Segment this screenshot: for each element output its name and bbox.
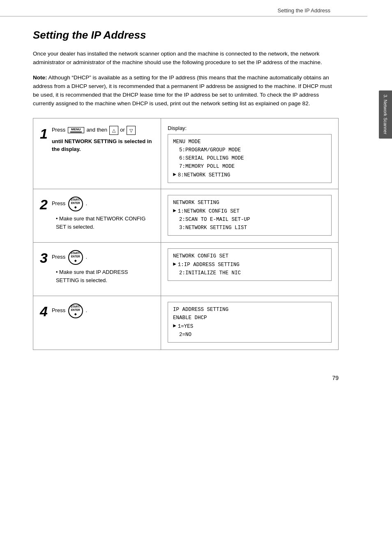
step-1-left: 1 Press MENU and then △ <box>33 118 161 189</box>
step-2-instruction: Press START/ ENTER . Make sure that NETW… <box>52 197 152 233</box>
page-title: Setting the IP Address <box>33 29 339 42</box>
main-content: Setting the IP Address Once your dealer … <box>0 16 376 362</box>
step-3-row: 3 Press START/ ENTER . Make sure that IP… <box>33 243 338 296</box>
step-1-row: 1 Press MENU and then △ <box>33 118 338 190</box>
note-label: Note: <box>33 74 47 81</box>
step-4-inline: 4 Press START/ ENTER . <box>40 303 152 321</box>
step-3-bullet: Make sure that IP ADDRESS SETTING is sel… <box>56 268 152 284</box>
step-3-instruction: Press START/ ENTER . Make sure that IP A… <box>52 250 152 287</box>
intro-paragraph: Once your dealer has installed the netwo… <box>33 50 339 67</box>
display-line-5-selected: ► 8:NETWORK SETTING <box>173 171 326 179</box>
step-3-inline: 3 Press START/ ENTER . Make sure that IP… <box>40 250 152 287</box>
display-line-1: MENU MODE <box>173 138 326 146</box>
side-tab: 3. Network Scanner <box>379 90 392 139</box>
step-3-display-line-3: 2:INITIALIZE THE NIC <box>173 269 326 277</box>
enter-text-4: ENTER <box>71 309 80 312</box>
step-4-press-label: Press <box>52 308 67 314</box>
display-line-2: 5:PROGRAM/GROUP MODE <box>173 146 326 154</box>
enter-text-3: ENTER <box>71 255 80 258</box>
side-tab-text: 3. Network Scanner <box>383 95 388 134</box>
arrow-indicator-icon: ► <box>173 171 176 179</box>
step-1-inline: 1 Press MENU and then △ <box>40 126 152 156</box>
step-1-bold-text: until NETWORK SETTING is selected in the… <box>52 137 152 153</box>
arrow-indicator-2-icon: ► <box>173 207 176 215</box>
step-1-right: Display: MENU MODE 5:PROGRAM/GROUP MODE … <box>161 118 338 189</box>
diamond-icon-4 <box>74 313 77 315</box>
step-2-press-label: Press <box>52 201 67 207</box>
step-1-text: Press MENU and then △ or ▽ <box>52 126 152 135</box>
step-2-display-box: NETWORK SETTING ► 1:NETWORK CONFIG SET 2… <box>168 195 332 236</box>
step-2-display-line-1: NETWORK SETTING <box>173 199 326 207</box>
step-4-instruction: Press START/ ENTER . <box>52 303 87 321</box>
step-3-left: 3 Press START/ ENTER . Make sure that IP… <box>33 243 161 296</box>
step-1-number: 1 <box>40 127 48 141</box>
step-4-display-line-3-selected: ► 1=YES <box>173 322 326 331</box>
step-4-display-line-1: IP ADDRESS SETTING <box>173 306 326 314</box>
arrow-indicator-4-icon: ► <box>173 322 176 331</box>
step-2-display-line-3: 2:SCAN TO E-MAIL SET-UP <box>173 215 326 224</box>
step-3-display-line-2-selected: ► 1:IP ADDRESS SETTING <box>173 260 326 269</box>
step-1-instruction: Press MENU and then △ or ▽ <box>52 126 152 156</box>
page-header: Setting the IP Address <box>0 0 367 16</box>
start-enter-button-3-icon[interactable]: START/ ENTER <box>68 250 83 265</box>
step-2-display-line-2-selected: ► 1:NETWORK CONFIG SET <box>173 207 326 215</box>
step-4-right: IP ADDRESS SETTING ENABLE DHCP ► 1=YES 2… <box>161 296 338 350</box>
step-2-display-line-4: 3:NETWORK SETTING LIST <box>173 224 326 232</box>
step-3-number: 3 <box>40 251 48 265</box>
step-4-period: . <box>85 308 87 314</box>
menu-label-text: MENU <box>70 128 82 131</box>
step-2-inline: 2 Press START/ ENTER . Make sure that NE… <box>40 197 152 233</box>
steps-container: 1 Press MENU and then △ <box>33 118 339 350</box>
step-4-number: 4 <box>40 304 48 318</box>
step-2-right: NETWORK SETTING ► 1:NETWORK CONFIG SET 2… <box>161 189 338 242</box>
step-3-display-box: NETWORK CONFIG SET ► 1:IP ADDRESS SETTIN… <box>168 248 332 281</box>
down-arrow-button-icon[interactable]: ▽ <box>127 126 136 135</box>
start-text-4: START/ <box>71 306 80 308</box>
enter-text-2: ENTER <box>71 202 80 205</box>
step-3-right: NETWORK CONFIG SET ► 1:IP ADDRESS SETTIN… <box>161 243 338 296</box>
arrow-indicator-3-icon: ► <box>173 260 176 269</box>
step-3-press-label: Press <box>52 254 67 260</box>
display-line-4: 7:MEMORY POLL MODE <box>173 162 326 171</box>
diamond-icon-2 <box>74 206 77 208</box>
display-line-3: 6:SERIAL POLLING MODE <box>173 154 326 162</box>
menu-button-icon[interactable]: MENU <box>68 127 84 133</box>
step-2-row: 2 Press START/ ENTER . Make sure that NE… <box>33 189 338 243</box>
step-4-display-line-2: ENABLE DHCP <box>173 314 326 322</box>
page-number: 79 <box>0 366 376 381</box>
step-3-display-line-1: NETWORK CONFIG SET <box>173 252 326 260</box>
start-text-3: START/ <box>71 252 80 255</box>
step-2-number: 2 <box>40 197 48 211</box>
step-1-press-label: Press <box>52 127 67 133</box>
display-line-5-text: 8:NETWORK SETTING <box>178 171 231 179</box>
step-4-row: 4 Press START/ ENTER . <box>33 296 338 350</box>
step-4-display-line-4: 2=NO <box>173 331 326 339</box>
step-3-display-line-2-text: 1:IP ADDRESS SETTING <box>178 261 240 269</box>
step-3-text: Press START/ ENTER . <box>52 250 152 265</box>
step-2-left: 2 Press START/ ENTER . Make sure that NE… <box>33 189 161 242</box>
note-paragraph: Note: Although “DHCP” is available as a … <box>33 74 339 108</box>
step-2-bullet: Make sure that NETWORK CONFIG SET is sel… <box>56 215 152 231</box>
step-4-display-line-3-text: 1=YES <box>178 322 194 331</box>
up-arrow-button-icon[interactable]: △ <box>109 126 118 135</box>
step-4-display-box: IP ADDRESS SETTING ENABLE DHCP ► 1=YES 2… <box>168 302 332 343</box>
start-text-2: START/ <box>71 199 80 202</box>
step-2-text: Press START/ ENTER . <box>52 197 152 211</box>
start-enter-button-2-icon[interactable]: START/ ENTER <box>68 197 83 211</box>
note-content: Although “DHCP” is available as a settin… <box>33 74 332 107</box>
step-2-display-line-2-text: 1:NETWORK CONFIG SET <box>178 207 240 215</box>
step-4-text: Press START/ ENTER . <box>52 303 87 318</box>
step-4-left: 4 Press START/ ENTER . <box>33 296 161 350</box>
start-enter-button-4-icon[interactable]: START/ ENTER <box>68 303 83 318</box>
diamond-icon-3 <box>74 259 77 262</box>
step-1-and-then: and then <box>86 127 108 133</box>
step-2-period: . <box>85 201 87 207</box>
step-1-display-box: MENU MODE 5:PROGRAM/GROUP MODE 6:SERIAL … <box>168 134 332 183</box>
header-title: Setting the IP Address <box>278 7 330 14</box>
step-3-period: . <box>85 254 87 260</box>
step-1-or: or <box>120 127 126 133</box>
step-1-display-label: Display: <box>168 124 332 133</box>
